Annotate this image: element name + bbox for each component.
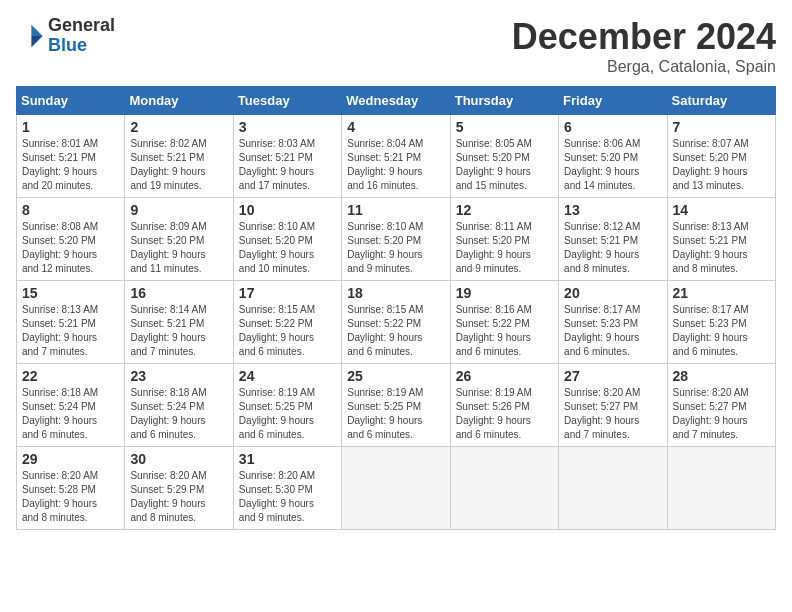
day-detail: Sunrise: 8:10 AMSunset: 5:20 PMDaylight:… (347, 220, 444, 276)
calendar-cell: 30Sunrise: 8:20 AMSunset: 5:29 PMDayligh… (125, 447, 233, 530)
day-number: 7 (673, 119, 770, 135)
location-title: Berga, Catalonia, Spain (512, 58, 776, 76)
calendar-cell: 15Sunrise: 8:13 AMSunset: 5:21 PMDayligh… (17, 281, 125, 364)
day-detail: Sunrise: 8:15 AMSunset: 5:22 PMDaylight:… (239, 303, 336, 359)
day-detail: Sunrise: 8:19 AMSunset: 5:26 PMDaylight:… (456, 386, 553, 442)
day-number: 21 (673, 285, 770, 301)
logo-icon (16, 22, 44, 50)
day-number: 10 (239, 202, 336, 218)
day-detail: Sunrise: 8:19 AMSunset: 5:25 PMDaylight:… (347, 386, 444, 442)
col-header-tuesday: Tuesday (233, 87, 341, 115)
day-number: 17 (239, 285, 336, 301)
day-number: 8 (22, 202, 119, 218)
day-number: 11 (347, 202, 444, 218)
calendar-cell: 6Sunrise: 8:06 AMSunset: 5:20 PMDaylight… (559, 115, 667, 198)
calendar-cell: 16Sunrise: 8:14 AMSunset: 5:21 PMDayligh… (125, 281, 233, 364)
day-detail: Sunrise: 8:20 AMSunset: 5:28 PMDaylight:… (22, 469, 119, 525)
calendar-cell: 10Sunrise: 8:10 AMSunset: 5:20 PMDayligh… (233, 198, 341, 281)
title-block: December 2024 Berga, Catalonia, Spain (512, 16, 776, 76)
day-number: 5 (456, 119, 553, 135)
calendar-cell: 26Sunrise: 8:19 AMSunset: 5:26 PMDayligh… (450, 364, 558, 447)
col-header-sunday: Sunday (17, 87, 125, 115)
day-detail: Sunrise: 8:07 AMSunset: 5:20 PMDaylight:… (673, 137, 770, 193)
svg-marker-0 (31, 25, 42, 36)
svg-marker-1 (31, 36, 42, 47)
calendar-cell (342, 447, 450, 530)
col-header-thursday: Thursday (450, 87, 558, 115)
calendar-cell: 24Sunrise: 8:19 AMSunset: 5:25 PMDayligh… (233, 364, 341, 447)
day-number: 9 (130, 202, 227, 218)
calendar-cell: 1Sunrise: 8:01 AMSunset: 5:21 PMDaylight… (17, 115, 125, 198)
day-detail: Sunrise: 8:18 AMSunset: 5:24 PMDaylight:… (22, 386, 119, 442)
col-header-monday: Monday (125, 87, 233, 115)
day-detail: Sunrise: 8:17 AMSunset: 5:23 PMDaylight:… (564, 303, 661, 359)
day-detail: Sunrise: 8:20 AMSunset: 5:29 PMDaylight:… (130, 469, 227, 525)
calendar-cell: 5Sunrise: 8:05 AMSunset: 5:20 PMDaylight… (450, 115, 558, 198)
calendar-cell (559, 447, 667, 530)
calendar-cell: 23Sunrise: 8:18 AMSunset: 5:24 PMDayligh… (125, 364, 233, 447)
day-number: 3 (239, 119, 336, 135)
calendar-cell: 19Sunrise: 8:16 AMSunset: 5:22 PMDayligh… (450, 281, 558, 364)
day-detail: Sunrise: 8:06 AMSunset: 5:20 PMDaylight:… (564, 137, 661, 193)
logo-text: General Blue (48, 16, 115, 56)
month-title: December 2024 (512, 16, 776, 58)
day-detail: Sunrise: 8:03 AMSunset: 5:21 PMDaylight:… (239, 137, 336, 193)
calendar-cell: 29Sunrise: 8:20 AMSunset: 5:28 PMDayligh… (17, 447, 125, 530)
calendar-cell: 18Sunrise: 8:15 AMSunset: 5:22 PMDayligh… (342, 281, 450, 364)
day-detail: Sunrise: 8:01 AMSunset: 5:21 PMDaylight:… (22, 137, 119, 193)
calendar-cell: 25Sunrise: 8:19 AMSunset: 5:25 PMDayligh… (342, 364, 450, 447)
day-number: 28 (673, 368, 770, 384)
calendar-cell: 9Sunrise: 8:09 AMSunset: 5:20 PMDaylight… (125, 198, 233, 281)
calendar-cell: 3Sunrise: 8:03 AMSunset: 5:21 PMDaylight… (233, 115, 341, 198)
day-detail: Sunrise: 8:08 AMSunset: 5:20 PMDaylight:… (22, 220, 119, 276)
day-detail: Sunrise: 8:19 AMSunset: 5:25 PMDaylight:… (239, 386, 336, 442)
col-header-saturday: Saturday (667, 87, 775, 115)
day-detail: Sunrise: 8:20 AMSunset: 5:30 PMDaylight:… (239, 469, 336, 525)
logo: General Blue (16, 16, 115, 56)
calendar-cell: 8Sunrise: 8:08 AMSunset: 5:20 PMDaylight… (17, 198, 125, 281)
calendar-cell: 4Sunrise: 8:04 AMSunset: 5:21 PMDaylight… (342, 115, 450, 198)
calendar-cell: 12Sunrise: 8:11 AMSunset: 5:20 PMDayligh… (450, 198, 558, 281)
calendar-cell: 20Sunrise: 8:17 AMSunset: 5:23 PMDayligh… (559, 281, 667, 364)
day-number: 26 (456, 368, 553, 384)
day-number: 24 (239, 368, 336, 384)
calendar-cell: 31Sunrise: 8:20 AMSunset: 5:30 PMDayligh… (233, 447, 341, 530)
day-detail: Sunrise: 8:11 AMSunset: 5:20 PMDaylight:… (456, 220, 553, 276)
calendar-cell (450, 447, 558, 530)
day-detail: Sunrise: 8:20 AMSunset: 5:27 PMDaylight:… (564, 386, 661, 442)
day-number: 19 (456, 285, 553, 301)
day-number: 29 (22, 451, 119, 467)
day-number: 16 (130, 285, 227, 301)
day-number: 4 (347, 119, 444, 135)
calendar-cell: 2Sunrise: 8:02 AMSunset: 5:21 PMDaylight… (125, 115, 233, 198)
logo-blue: Blue (48, 35, 87, 55)
day-detail: Sunrise: 8:05 AMSunset: 5:20 PMDaylight:… (456, 137, 553, 193)
day-number: 18 (347, 285, 444, 301)
day-detail: Sunrise: 8:04 AMSunset: 5:21 PMDaylight:… (347, 137, 444, 193)
day-number: 6 (564, 119, 661, 135)
day-number: 31 (239, 451, 336, 467)
day-detail: Sunrise: 8:12 AMSunset: 5:21 PMDaylight:… (564, 220, 661, 276)
day-detail: Sunrise: 8:20 AMSunset: 5:27 PMDaylight:… (673, 386, 770, 442)
logo-general: General (48, 15, 115, 35)
day-number: 25 (347, 368, 444, 384)
calendar-cell: 17Sunrise: 8:15 AMSunset: 5:22 PMDayligh… (233, 281, 341, 364)
header: General Blue December 2024 Berga, Catalo… (16, 16, 776, 76)
day-detail: Sunrise: 8:17 AMSunset: 5:23 PMDaylight:… (673, 303, 770, 359)
col-header-friday: Friday (559, 87, 667, 115)
day-detail: Sunrise: 8:13 AMSunset: 5:21 PMDaylight:… (22, 303, 119, 359)
day-detail: Sunrise: 8:15 AMSunset: 5:22 PMDaylight:… (347, 303, 444, 359)
day-detail: Sunrise: 8:13 AMSunset: 5:21 PMDaylight:… (673, 220, 770, 276)
calendar-cell: 13Sunrise: 8:12 AMSunset: 5:21 PMDayligh… (559, 198, 667, 281)
day-number: 2 (130, 119, 227, 135)
day-detail: Sunrise: 8:14 AMSunset: 5:21 PMDaylight:… (130, 303, 227, 359)
day-number: 14 (673, 202, 770, 218)
day-detail: Sunrise: 8:10 AMSunset: 5:20 PMDaylight:… (239, 220, 336, 276)
calendar-cell: 28Sunrise: 8:20 AMSunset: 5:27 PMDayligh… (667, 364, 775, 447)
col-header-wednesday: Wednesday (342, 87, 450, 115)
day-number: 13 (564, 202, 661, 218)
day-detail: Sunrise: 8:09 AMSunset: 5:20 PMDaylight:… (130, 220, 227, 276)
calendar-cell: 11Sunrise: 8:10 AMSunset: 5:20 PMDayligh… (342, 198, 450, 281)
day-number: 30 (130, 451, 227, 467)
calendar-cell: 27Sunrise: 8:20 AMSunset: 5:27 PMDayligh… (559, 364, 667, 447)
